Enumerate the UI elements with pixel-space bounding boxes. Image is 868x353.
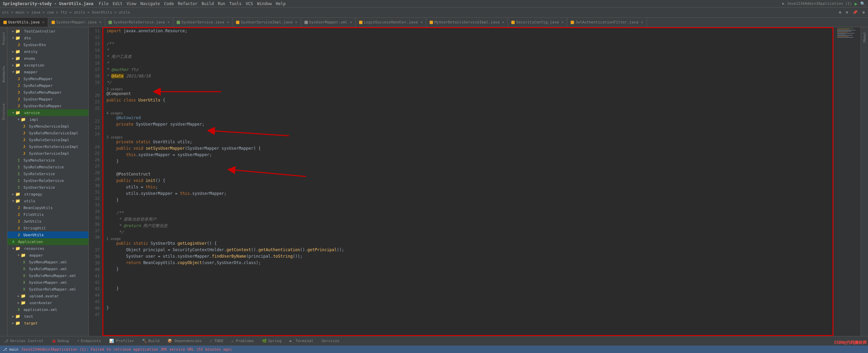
tree-item-sysrolemenumapper[interactable]: J SysRoleMenuMapper [7,89,88,96]
bottom-tab-spring[interactable]: 🌿 Spring [260,338,284,344]
bottom-tab-problems[interactable]: ⚠ Problems [229,338,256,344]
tree-item-sysrolemenuservice[interactable]: I SysRoleMenuService [7,164,88,170]
tree-item-dto[interactable]: ▼📁 dto [7,35,88,41]
project-label[interactable]: Project [2,32,5,45]
tab-close[interactable]: × [295,20,297,24]
tree-item-service[interactable]: ▼📁 service [7,109,88,116]
tree-item-entity[interactable]: ▶📁 entity [7,48,88,55]
tree-item-mapper[interactable]: ▼📁 mapper [7,69,88,75]
tab-close[interactable]: × [420,20,422,24]
tab-myuserdetails[interactable]: MyUserDetailsServiceImpl.java × [426,18,508,27]
tree-item-sysuserservice[interactable]: I SysUserService [7,184,88,191]
tree-item-sysusermapper[interactable]: J SysUserMapper [7,96,88,103]
tree-item-sysrolemapper-xml[interactable]: X SysRoleMapper.xml [7,265,88,272]
tab-close[interactable]: × [350,20,352,24]
run-button[interactable]: ▶ [855,1,857,6]
toolbar-gear[interactable]: ⚙ [861,10,866,15]
tree-item-sysrolemapper[interactable]: J SysRoleMapper [7,82,88,89]
tree-item-sysuserroleservice[interactable]: I SysUserRoleService [7,177,88,184]
tab-close[interactable]: × [227,20,229,24]
menu-refactor[interactable]: Refactor [178,1,198,6]
menu-help[interactable]: Help [276,1,286,6]
menu-vcs[interactable]: VCS [245,1,253,6]
menu-bar[interactable]: File Edit View Navigate Code Refactor Bu… [99,1,285,6]
menu-file[interactable]: File [99,1,108,6]
tree-item-upload-avatar[interactable]: ▶📁 upload.avatar [7,293,88,299]
toolbar-pin[interactable]: 📌 [851,10,859,15]
search-button[interactable]: 🔍 [860,1,865,6]
code-area[interactable]: import javax.annotation.Resource; /** * … [102,27,833,312]
tree-item-sysuserserviceimpl[interactable]: J SysUserServiceImpl [7,150,88,157]
menu-tools[interactable]: Tools [229,1,241,6]
tab-sysuseremapper[interactable]: SysUserMapper.java × [48,18,105,27]
tab-sysuserxml[interactable]: SysUserMapper.xml × [301,18,356,27]
menu-run[interactable]: Run [218,1,225,6]
tab-loginhandler[interactable]: LoginSuccessHandler.java × [356,18,426,27]
structure-label[interactable]: Structure [2,104,5,120]
menu-window[interactable]: Window [257,1,272,6]
tab-sysuserserviceimpl[interactable]: SysUserServiceImpl.java × [233,18,301,27]
tree-item-test[interactable]: ▶📁 test [7,313,88,320]
tree-item-application[interactable]: A Application [7,238,88,245]
tree-item-sysuserroleserviceimpl[interactable]: J SysUserRoleServiceImpl [7,143,88,150]
tree-item-useravatar[interactable]: ▶📁 userAvatar [7,299,88,306]
bottom-tab-todo[interactable]: ✓ TODO [208,338,225,344]
tree-item-sysroleservice[interactable]: I SysRoleService [7,170,88,177]
tree-item-sysuserrolemapper[interactable]: J SysUserRoleMapper [7,103,88,109]
tab-close[interactable]: × [99,20,101,24]
bottom-tab-debug[interactable]: 🐞 Debug [50,338,71,344]
bottom-tab-profiler[interactable]: 📊 Profiler [107,338,136,344]
tree-item-mapper-xml[interactable]: ▼📁 mapper [7,252,88,259]
tree-item-application-xml[interactable]: X application.xml [7,306,88,313]
tree-item-sysmenumapper-xml[interactable]: X SysMenuMapper.xml [7,259,88,265]
bottom-tab-endpoints[interactable]: ⚡ Endpoints [75,338,103,344]
tree-item-target[interactable]: ▶📁 target [7,320,88,327]
tree-item-stragegy[interactable]: ▶📁 stragegy [7,191,88,198]
sidebar-tree[interactable]: ▶📁 TestController ▼📁 dto J SysUserDto ▶📁… [7,27,88,336]
tab-close[interactable]: × [167,20,170,24]
tab-close[interactable]: × [561,20,564,24]
bottom-tab-build[interactable]: 🔨 Build [140,338,161,344]
menu-navigate[interactable]: Navigate [140,1,160,6]
tab-jwtfilter[interactable]: JwtAuthenticationFilter.java × [567,18,647,27]
tab-close[interactable]: × [42,20,44,24]
tree-item-sysrolemenumapper-xml[interactable]: X SysRoleMenuMapper.xml [7,272,88,279]
git-branch[interactable]: ⎇ main [3,347,18,352]
tree-item-stringutil[interactable]: J StringUtil [7,225,88,231]
tree-item-jwtutils[interactable]: J JwtUtils [7,218,88,225]
tree-item-sysusermapper-xml[interactable]: X SysUserMapper.xml [7,279,88,286]
tree-item-utils[interactable]: ▼📁 utils [7,198,88,204]
run-config[interactable]: ▶ Java1234Admin3Application (1) [782,1,852,6]
tab-close[interactable]: × [641,20,643,24]
toolbar-settings[interactable]: ⚙ [837,10,843,15]
tree-item-testcontroller[interactable]: ▶📁 TestController [7,28,88,35]
tab-securityconfig[interactable]: SecurityConfig.java × [508,18,567,27]
bottom-tab-dependencies[interactable]: 📦 Dependencies [165,338,203,344]
bottom-tab-version-control[interactable]: ⎇ Version Control [2,338,45,344]
tree-item-enums[interactable]: ▶📁 enums [7,55,88,62]
tree-item-sysrolemenuserviceimpl[interactable]: J SysRoleMenuServiceImpl [7,130,88,136]
toolbar-align[interactable]: ≡ [845,10,850,15]
tab-sysuserservice[interactable]: SysUserService.java × [173,18,233,27]
menu-view[interactable]: View [126,1,136,6]
jrebel-label[interactable]: JRebel [863,32,866,43]
tree-item-sysmenuservice[interactable]: I SysMenuService [7,157,88,164]
tree-item-sysmenuserviceimpl[interactable]: J SysMenuServiceImpl [7,123,88,130]
bottom-tab-terminal[interactable]: ▶_ Terminal [288,338,315,344]
menu-code[interactable]: Code [164,1,174,6]
tree-item-impl[interactable]: ▼📁 impl [7,116,88,123]
tree-item-exception[interactable]: ▶📁 exception [7,62,88,69]
tab-close[interactable]: × [502,20,504,24]
tree-item-resources[interactable]: ▼📁 resources [7,245,88,252]
bottom-tab-services[interactable]: Services [320,338,342,344]
menu-build[interactable]: Build [202,1,214,6]
tree-item-sysmenumapper[interactable]: J SysMenuMapper [7,75,88,82]
bookmarks-label[interactable]: Bookmarks [2,66,5,82]
tree-item-beancopyutils[interactable]: J BeanCopyUtils [7,204,88,211]
menu-edit[interactable]: Edit [113,1,122,6]
tab-userutils[interactable]: UserUtils.java × [0,18,48,27]
tree-item-fileutils[interactable]: J FileUtils [7,211,88,218]
tab-sysuserroleservice[interactable]: SysUserRoleService.java × [105,18,173,27]
tree-item-sysuserrolemapper-xml[interactable]: X SysUserRoleMapper.xml [7,286,88,293]
tree-item-userutils[interactable]: J UserUtils [7,231,88,238]
